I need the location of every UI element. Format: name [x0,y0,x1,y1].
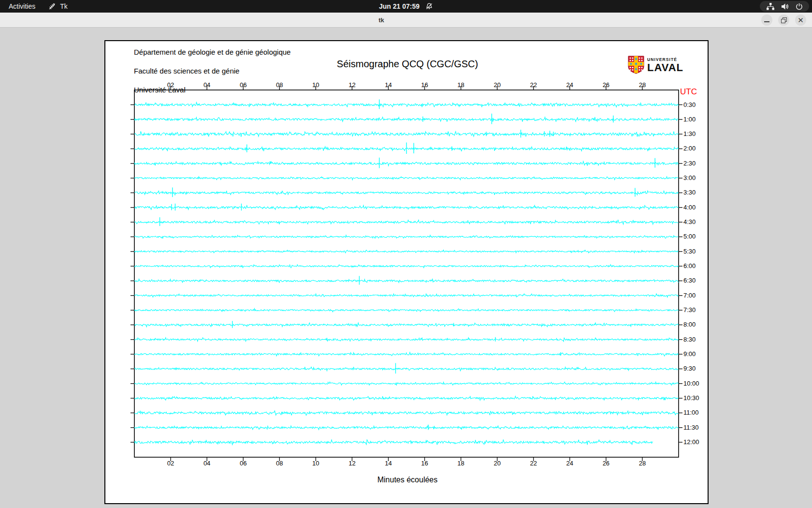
utc-time-label: 10:30 [683,394,699,402]
minimize-button[interactable] [761,15,772,26]
utc-time-label: 6:00 [683,262,696,269]
volume-icon [781,3,789,10]
close-button[interactable]: ✕ [795,15,806,26]
x-tick-label-top: 18 [453,81,469,89]
utc-time-label: 2:00 [683,145,696,152]
x-tick-label-top: 16 [417,81,433,89]
clock-menu[interactable]: Jun 21 07:59 [358,0,454,13]
utc-time-label: 11:00 [683,409,699,416]
utc-time-label: 3:00 [683,174,696,181]
x-tick-label-bottom: 06 [235,460,251,467]
x-tick-label-bottom: 24 [562,460,578,467]
utc-time-label: 8:30 [683,336,696,343]
x-tick-label-bottom: 02 [162,460,179,467]
x-tick-label-bottom: 22 [525,460,542,467]
power-icon [796,3,803,10]
x-tick-label-top: 24 [562,81,578,89]
seismograph-panel: Département de géologie et de génie géol… [104,40,709,504]
utc-time-label: 2:30 [683,160,696,167]
utc-time-label: 6:30 [683,277,696,284]
utc-time-label: 1:00 [683,116,696,123]
window-title: tk [0,13,763,28]
maximize-icon [781,17,787,23]
x-tick-label-top: 14 [380,81,396,89]
x-tick-label-bottom: 08 [271,460,288,467]
x-tick-label-top: 10 [307,81,324,89]
network-icon [766,3,775,10]
seismogram-plot [105,41,710,505]
gnome-top-bar: Activities Tk Jun 21 07:59 [0,0,812,13]
x-tick-label-bottom: 18 [453,460,469,467]
tk-feather-icon [48,2,57,11]
x-tick-label-bottom: 16 [417,460,433,467]
maximize-button[interactable] [778,15,789,26]
bell-slash-icon [425,2,433,10]
quick-settings[interactable] [760,1,809,12]
close-icon: ✕ [798,16,804,24]
utc-time-label: 9:30 [683,365,696,372]
x-tick-label-top: 04 [199,81,215,89]
window-content: Département de géologie et de génie géol… [0,28,812,508]
utc-time-label: 7:00 [683,292,696,299]
utc-time-label: 10:00 [683,380,699,387]
utc-time-label: 8:00 [683,321,696,328]
utc-time-label: 9:00 [683,350,696,358]
utc-time-label: 7:30 [683,306,696,314]
utc-time-label: 4:30 [683,218,696,225]
utc-time-label: 4:00 [683,204,696,211]
x-tick-label-top: 02 [162,81,179,89]
x-tick-label-bottom: 26 [598,460,614,467]
app-indicator-label: Tk [60,2,68,10]
x-tick-label-bottom: 12 [344,460,360,467]
x-tick-label-bottom: 20 [489,460,506,467]
utc-time-label: 5:30 [683,248,696,255]
x-tick-label-top: 26 [598,81,614,89]
utc-time-label: 0:30 [683,101,696,108]
x-tick-label-bottom: 04 [199,460,215,467]
utc-time-label: 12:00 [683,438,699,446]
window-titlebar: tk ✕ [0,13,812,28]
x-tick-label-top: 20 [489,81,506,89]
app-indicator[interactable]: Tk [48,2,68,11]
x-tick-label-top: 22 [525,81,542,89]
utc-time-label: 5:00 [683,233,696,240]
x-tick-label-top: 12 [344,81,360,89]
x-tick-label-top: 08 [271,81,288,89]
x-axis-title: Minutes écoulées [105,476,710,484]
utc-time-label: 11:30 [683,424,699,431]
x-tick-label-bottom: 28 [634,460,651,467]
utc-time-label: 3:30 [683,189,696,196]
x-tick-label-bottom: 10 [307,460,324,467]
utc-time-label: 1:30 [683,130,696,137]
activities-button[interactable]: Activities [9,2,35,10]
x-tick-label-bottom: 14 [380,460,396,467]
x-tick-label-top: 28 [634,81,651,89]
x-tick-label-top: 06 [235,81,251,89]
clock-label: Jun 21 07:59 [379,2,420,10]
minimize-icon [764,21,769,22]
